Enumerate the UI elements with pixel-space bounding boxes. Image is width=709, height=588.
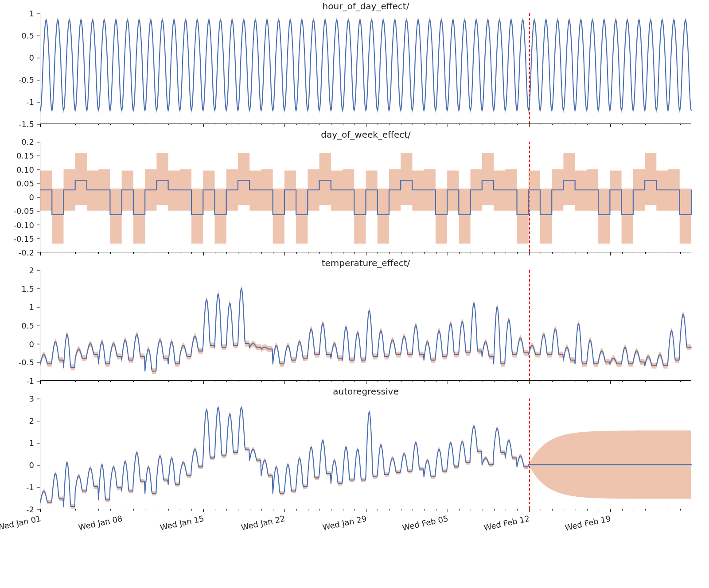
xtick-minor <box>273 509 273 511</box>
panel-hour_of_day: hour_of_day_effect/-1.5-1-0.500.51 <box>40 13 691 124</box>
xtick-minor <box>610 509 611 511</box>
xtick-minor <box>459 124 460 125</box>
ytick: 0.10 <box>16 165 40 174</box>
xtick-minor <box>587 252 588 254</box>
xtick-minor <box>133 509 134 511</box>
xtick-minor <box>483 380 483 382</box>
ytick: 1.5 <box>21 284 40 293</box>
ytick: -2 <box>26 505 40 514</box>
xtick-minor <box>331 124 331 125</box>
xtick-minor <box>599 380 599 382</box>
xtick-minor <box>401 124 401 125</box>
xtick-minor <box>75 380 76 382</box>
xtick-label: Wed Feb 19 <box>564 514 612 532</box>
xtick-minor <box>319 380 320 382</box>
xtick-minor <box>122 509 122 511</box>
xtick-label: Wed Feb 12 <box>483 514 530 532</box>
plot-svg <box>40 270 691 380</box>
xtick-minor <box>75 509 76 511</box>
xtick-minor <box>680 252 681 254</box>
xtick-minor <box>669 252 669 254</box>
xtick-minor <box>284 380 285 382</box>
ytick: 0 <box>29 193 40 202</box>
xtick-minor <box>238 252 238 254</box>
xtick-minor <box>366 124 366 125</box>
xtick-minor <box>587 509 588 511</box>
xtick-minor <box>180 252 180 254</box>
xtick-minor <box>110 252 111 254</box>
plot-svg <box>40 142 691 252</box>
xtick-minor <box>669 380 669 382</box>
xtick-minor <box>552 252 553 254</box>
ytick: 1 <box>29 438 40 448</box>
xtick-minor <box>448 252 448 254</box>
xtick-minor <box>40 124 41 125</box>
xtick-minor <box>622 380 623 382</box>
xtick-minor <box>133 124 134 125</box>
xtick-minor <box>634 252 634 254</box>
xtick-minor <box>64 124 64 125</box>
xtick-minor <box>191 252 192 254</box>
xtick-minor <box>552 124 553 125</box>
xtick-minor <box>354 509 355 511</box>
xtick-minor <box>576 124 576 125</box>
xtick-minor <box>157 124 157 125</box>
xtick-minor <box>284 252 285 254</box>
xtick-minor <box>645 252 646 254</box>
xtick-minor <box>145 509 145 511</box>
ytick: -1 <box>26 483 40 492</box>
xtick-minor <box>308 252 308 254</box>
plot-area: autoregressive-2-10123 <box>40 398 691 509</box>
xtick-minor <box>599 252 599 254</box>
xtick-minor <box>564 380 564 382</box>
xtick-minor <box>494 252 495 254</box>
xtick-minor <box>610 252 611 254</box>
xtick-label: Wed Jan 08 <box>78 514 123 532</box>
xtick-minor <box>471 509 471 511</box>
xtick-minor <box>587 380 588 382</box>
xtick-minor <box>226 124 227 125</box>
xtick-minor <box>238 124 238 125</box>
xtick-minor <box>622 252 623 254</box>
xtick-minor <box>250 252 250 254</box>
xtick-minor <box>343 252 343 254</box>
xtick-minor <box>157 380 157 382</box>
xtick-minor <box>622 509 623 511</box>
xtick-minor <box>98 252 99 254</box>
panel-title: temperature_effect/ <box>40 258 691 268</box>
xtick-minor <box>296 252 297 254</box>
xtick-minor <box>203 252 204 254</box>
xtick-minor <box>471 124 471 125</box>
xtick-minor <box>517 509 518 511</box>
xtick-minor <box>506 252 506 254</box>
xtick-minor <box>634 124 634 125</box>
xtick-minor <box>52 124 52 125</box>
xtick-minor <box>529 252 530 254</box>
xtick-minor <box>215 380 215 382</box>
xtick-minor <box>517 380 518 382</box>
xtick-minor <box>657 252 657 254</box>
xtick-minor <box>529 380 530 382</box>
xtick-minor <box>622 124 623 125</box>
xtick-minor <box>203 509 204 511</box>
xtick-minor <box>296 509 297 511</box>
xtick-minor <box>448 124 448 125</box>
xtick-minor <box>378 380 378 382</box>
ytick: -0.2 <box>19 248 40 257</box>
xtick-minor <box>401 509 401 511</box>
xtick-minor <box>471 380 471 382</box>
ytick: -1 <box>26 376 40 386</box>
xtick-minor <box>599 509 599 511</box>
xtick-minor <box>191 509 192 511</box>
xtick-minor <box>424 124 425 125</box>
xtick-minor <box>64 380 64 382</box>
xtick-minor <box>52 252 52 254</box>
xtick-minor <box>168 252 169 254</box>
xtick-minor <box>133 380 134 382</box>
xtick-minor <box>191 380 192 382</box>
xtick-minor <box>64 252 64 254</box>
xtick-minor <box>110 124 111 125</box>
xtick-minor <box>436 380 436 382</box>
xtick-minor <box>354 124 355 125</box>
xtick-minor <box>110 380 111 382</box>
